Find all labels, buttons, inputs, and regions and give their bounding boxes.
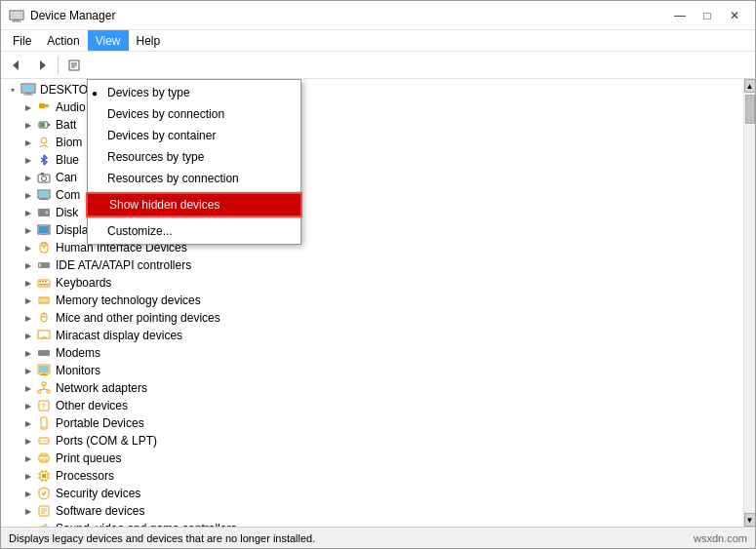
cameras-label: Can: [56, 171, 77, 184]
menu-item-label: Show hidden devices: [109, 198, 219, 212]
network-expand-icon[interactable]: ▶: [20, 380, 36, 396]
svg-rect-40: [45, 281, 47, 283]
batteries-expand-icon[interactable]: ▶: [20, 117, 36, 133]
maximize-button[interactable]: □: [695, 6, 720, 25]
ide-label: IDE ATA/ATAPI controllers: [56, 258, 191, 272]
tree-item-ports[interactable]: ▶ Ports (COM & LPT): [1, 432, 743, 450]
scrollbar-track-area[interactable]: [744, 93, 755, 513]
tree-item-mice[interactable]: ▶ Mice and other pointing devices: [1, 309, 743, 327]
back-button[interactable]: [5, 55, 28, 76]
processors-expand-icon[interactable]: ▶: [20, 468, 36, 484]
other-label: Other devices: [56, 399, 128, 412]
view-menu-dropdown[interactable]: ● Devices by type Devices by connection …: [87, 79, 301, 245]
batteries-label: Batt: [56, 118, 76, 132]
svg-point-52: [40, 352, 42, 354]
memory-expand-icon[interactable]: ▶: [20, 293, 36, 308]
menu-resources-by-connection[interactable]: Resources by connection: [88, 168, 300, 189]
tree-item-modems[interactable]: ▶ Modems: [1, 344, 743, 362]
print-icon: [36, 451, 52, 466]
menu-devices-by-connection[interactable]: Devices by connection: [88, 103, 300, 125]
miracast-icon: [36, 328, 52, 343]
tree-item-sound[interactable]: ▶ Sound, video and game controllers: [1, 520, 743, 527]
svg-rect-12: [25, 93, 31, 95]
scroll-up-button[interactable]: ▲: [744, 79, 756, 93]
disk-expand-icon[interactable]: ▶: [20, 205, 36, 220]
menu-view[interactable]: View: [88, 30, 129, 51]
keyboards-expand-icon[interactable]: ▶: [20, 275, 36, 291]
biometric-expand-icon[interactable]: ▶: [20, 135, 36, 150]
svg-line-63: [44, 389, 49, 390]
forward-button[interactable]: [30, 55, 54, 76]
menu-devices-by-type[interactable]: ● Devices by type: [88, 82, 300, 103]
root-expand-icon[interactable]: ▾: [5, 82, 20, 98]
menu-action[interactable]: Action: [39, 30, 87, 51]
menu-item-label: Devices by connection: [107, 107, 224, 121]
miracast-expand-icon[interactable]: ▶: [20, 328, 36, 343]
menu-devices-by-container[interactable]: Devices by container: [88, 125, 300, 146]
svg-rect-13: [23, 95, 33, 96]
close-button[interactable]: ✕: [722, 6, 747, 25]
properties-button[interactable]: [62, 55, 86, 76]
vertical-scrollbar[interactable]: ▲ ▼: [743, 79, 755, 527]
hid-expand-icon[interactable]: ▶: [20, 240, 36, 255]
tree-item-software[interactable]: ▶ Software devices: [1, 502, 743, 520]
minimize-button[interactable]: —: [667, 6, 693, 25]
svg-rect-55: [39, 366, 49, 373]
svg-point-69: [40, 440, 42, 442]
tree-item-memory[interactable]: ▶ Memory technology devices: [1, 292, 743, 309]
tree-item-print[interactable]: ▶ Print queues: [1, 450, 743, 467]
security-expand-icon[interactable]: ▶: [20, 486, 36, 501]
menu-resources-by-type[interactable]: Resources by type: [88, 146, 300, 168]
menu-file[interactable]: File: [5, 30, 39, 51]
tree-item-portable[interactable]: ▶ Portable Devices: [1, 414, 743, 432]
other-expand-icon[interactable]: ▶: [20, 398, 36, 413]
menu-help[interactable]: Help: [129, 30, 169, 51]
keyboards-icon: [36, 275, 52, 291]
tree-item-keyboards[interactable]: ▶ Keyboards: [1, 274, 743, 292]
ide-icon: [36, 257, 52, 273]
sound-expand-icon[interactable]: ▶: [20, 521, 36, 527]
ports-label: Ports (COM & LPT): [56, 434, 157, 448]
software-expand-icon[interactable]: ▶: [20, 503, 36, 519]
menu-show-hidden-devices[interactable]: Show hidden devices: [88, 194, 300, 216]
svg-rect-25: [41, 198, 47, 199]
display-expand-icon[interactable]: ▶: [20, 222, 36, 238]
modems-expand-icon[interactable]: ▶: [20, 345, 36, 361]
disk-icon: [36, 205, 52, 220]
tree-item-processors[interactable]: ▶ Processors: [1, 467, 743, 485]
processors-label: Processors: [56, 469, 114, 483]
sound-label: Sound, video and game controllers: [56, 522, 236, 527]
menu-separator-2: [88, 217, 300, 218]
svg-rect-42: [39, 297, 49, 303]
display-icon: [36, 222, 52, 238]
biometric-icon: [36, 135, 52, 150]
cameras-expand-icon[interactable]: ▶: [20, 170, 36, 185]
scrollbar-thumb[interactable]: [745, 95, 755, 124]
tree-item-monitors[interactable]: ▶ Monitors: [1, 362, 743, 379]
sound-icon: [36, 521, 52, 527]
svg-point-28: [46, 212, 49, 215]
print-expand-icon[interactable]: ▶: [20, 451, 36, 466]
bluetooth-label: Blue: [56, 153, 79, 167]
tree-item-security[interactable]: ▶ Security devices: [1, 485, 743, 502]
portable-expand-icon[interactable]: ▶: [20, 415, 36, 431]
audio-expand-icon[interactable]: ▶: [20, 99, 36, 115]
ide-expand-icon[interactable]: ▶: [20, 257, 36, 273]
computer-expand-icon[interactable]: ▶: [20, 187, 36, 203]
tree-item-miracast[interactable]: ▶ Miracast display devices: [1, 327, 743, 344]
tree-item-other[interactable]: ▶ ? Other devices: [1, 397, 743, 414]
bluetooth-expand-icon[interactable]: ▶: [20, 152, 36, 168]
ports-expand-icon[interactable]: ▶: [20, 433, 36, 449]
device-manager-window: Device Manager — □ ✕ File Action View He…: [0, 0, 756, 549]
monitors-expand-icon[interactable]: ▶: [20, 363, 36, 378]
tree-item-ide[interactable]: ▶ IDE ATA/ATAPI controllers: [1, 256, 743, 274]
menu-bar: File Action View Help: [1, 30, 755, 52]
memory-label: Memory technology devices: [56, 294, 201, 307]
scroll-down-button[interactable]: ▼: [744, 513, 756, 527]
tree-item-network[interactable]: ▶ Network adapters: [1, 379, 743, 397]
modems-label: Modems: [56, 346, 100, 360]
biometric-label: Biom: [56, 136, 82, 149]
mice-expand-icon[interactable]: ▶: [20, 310, 36, 326]
svg-rect-26: [39, 199, 49, 200]
menu-customize[interactable]: Customize...: [88, 220, 300, 242]
